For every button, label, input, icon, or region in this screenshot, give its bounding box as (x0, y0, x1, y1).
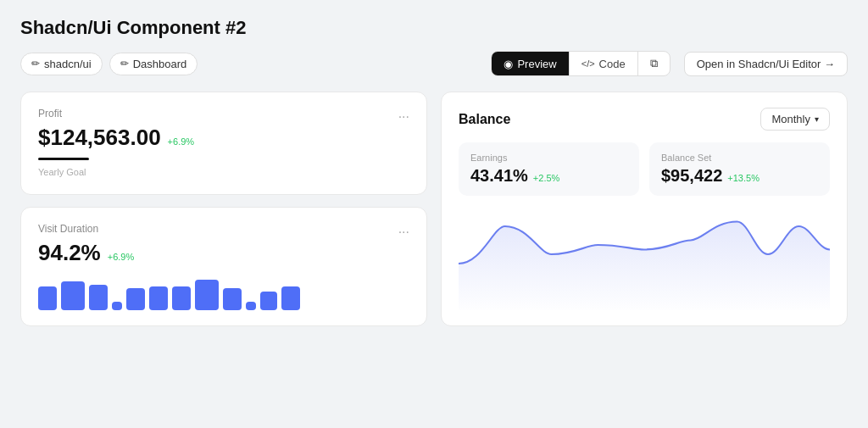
visit-badge: +6.9% (108, 252, 135, 262)
earnings-badge: +2.5% (533, 173, 560, 183)
balance-set-label: Balance Set (661, 153, 818, 163)
balance-title: Balance (459, 112, 510, 127)
preview-label: Preview (517, 58, 556, 70)
visit-value: 94.2% (38, 240, 101, 266)
balance-set-badge: +13.5% (727, 173, 760, 183)
open-editor-btn[interactable]: Open in Shadcn/Ui Editor → (684, 52, 848, 76)
monthly-label: Monthly (771, 113, 810, 125)
eye-icon: ◉ (504, 58, 513, 70)
visit-duration-card: Visit Duration ... 94.2% +6.9% (20, 207, 427, 326)
page-title: Shadcn/Ui Component #2 (20, 17, 848, 39)
top-bar: ✏ shadcn/ui ✏ Dashboard ◉ Preview </> Co… (20, 51, 848, 76)
visit-bar (246, 302, 256, 310)
earnings-card: Earnings 43.41% +2.5% (459, 142, 639, 196)
balance-header: Balance Monthly ▾ (459, 108, 830, 131)
profit-menu-dots[interactable]: ... (398, 106, 409, 121)
monthly-dropdown[interactable]: Monthly ▾ (760, 108, 830, 131)
chevron-down-icon: ▾ (815, 114, 819, 124)
pencil-icon: ✏ (31, 58, 40, 69)
open-editor-label: Open in Shadcn/Ui Editor → (697, 58, 835, 70)
profit-underline (38, 158, 89, 160)
visit-bar (260, 292, 277, 310)
code-label: Code (599, 58, 626, 70)
visit-bar (223, 288, 242, 310)
breadcrumb-shadcn[interactable]: ✏ shadcn/ui (20, 53, 103, 75)
profit-badge: +6.9% (168, 136, 195, 147)
visit-label: Visit Duration (38, 223, 98, 235)
visit-bar (112, 302, 122, 310)
breadcrumb-shadcn-label: shadcn/ui (44, 58, 92, 70)
visit-bar (89, 285, 108, 310)
main-content: Profit ... $124,563.00 +6.9% Yearly Goal… (20, 92, 848, 326)
balance-set-value: $95,422 (661, 166, 722, 186)
earnings-value: 43.41% (470, 166, 528, 186)
pencil2-icon: ✏ (120, 58, 129, 69)
profit-card: Profit ... $124,563.00 +6.9% Yearly Goal (20, 92, 427, 195)
sub-cards-row: Earnings 43.41% +2.5% Balance Set $95,42… (459, 142, 830, 196)
copy-btn[interactable]: ⧉ (638, 52, 670, 75)
balance-panel: Balance Monthly ▾ Earnings 43.41% +2.5% … (441, 92, 848, 326)
balance-set-card: Balance Set $95,422 +13.5% (649, 142, 830, 196)
line-chart (459, 208, 830, 310)
visit-bar (149, 286, 168, 310)
breadcrumb-dashboard-label: Dashboard (133, 58, 187, 70)
visit-bar (195, 280, 219, 310)
visit-menu-dots[interactable]: ... (398, 221, 409, 236)
breadcrumb-dashboard[interactable]: ✏ Dashboard (109, 53, 198, 75)
profit-label: Profit (38, 108, 62, 120)
visit-bar (38, 286, 57, 310)
visit-bar (126, 288, 145, 310)
profit-value: $124,563.00 (38, 125, 161, 151)
code-icon: </> (581, 58, 595, 69)
code-btn[interactable]: </> Code (570, 52, 638, 75)
visit-bars (38, 278, 409, 310)
copy-icon: ⧉ (650, 57, 658, 70)
chart-fill (459, 222, 830, 311)
profit-sub-label: Yearly Goal (38, 167, 86, 177)
left-column: Profit ... $124,563.00 +6.9% Yearly Goal… (20, 92, 427, 326)
view-toggle-group: ◉ Preview </> Code ⧉ (491, 51, 670, 76)
visit-bar (281, 286, 300, 310)
line-chart-area (459, 208, 830, 310)
visit-bar (172, 286, 191, 310)
visit-bar (61, 281, 85, 310)
preview-btn[interactable]: ◉ Preview (492, 52, 569, 75)
earnings-label: Earnings (470, 153, 627, 163)
